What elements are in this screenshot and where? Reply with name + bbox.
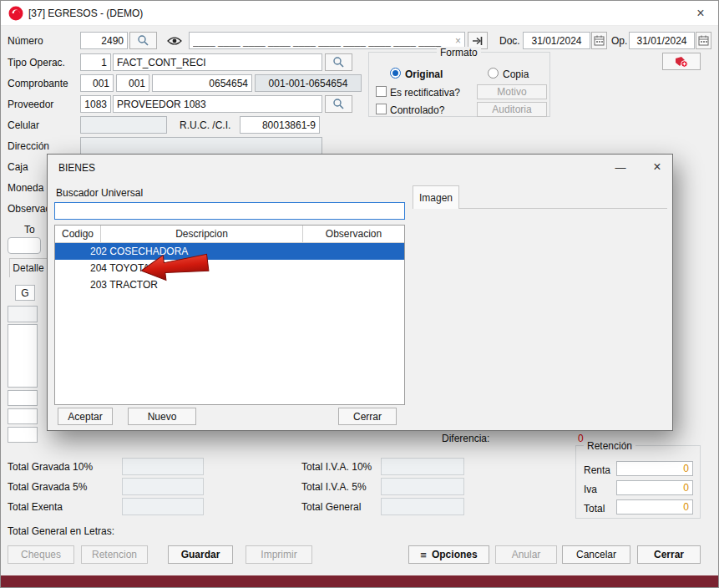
ruc-field[interactable]: 80013861-9 [240,116,320,134]
diferencia-value: 0 [578,433,584,444]
tab-detalle[interactable]: Detalle [9,258,48,277]
window-title: [37] EGRESOS - (DEMO) [28,8,143,19]
direccion-label: Dirección [8,140,49,152]
calendar-icon [698,35,709,46]
rectificativa-label[interactable]: Es rectificativa? [390,87,460,99]
proveedor-code-field[interactable]: 1083 [80,95,111,113]
numero-field[interactable]: 2490 [80,32,128,49]
rectificativa-checkbox[interactable] [376,86,387,97]
grid-g-cell[interactable]: G [15,285,35,301]
iva-label: Iva [584,484,597,495]
dialog-close-button[interactable]: × [642,155,672,180]
proveedor-search-button[interactable] [325,95,352,113]
total-iva5-label: Total I.V.A. 5% [301,481,367,493]
tag-plus-icon [675,56,688,68]
cerrar-button[interactable]: Cerrar [637,545,701,564]
aceptar-button[interactable]: Aceptar [58,408,113,425]
clipped-total-field [8,237,41,254]
doc-calendar-button[interactable] [591,32,607,49]
comprobante-field-1[interactable]: 001 [80,74,114,92]
observacion-label: Observac [8,203,47,215]
copia-radio[interactable] [488,68,499,79]
grid-cell-fragment [8,408,38,424]
grid-cell-fragment [8,324,38,388]
numero-label: Número [8,35,43,47]
original-radio[interactable] [390,68,401,79]
tipo-operac-code-field[interactable]: 1 [80,53,111,71]
app-logo-icon [8,6,23,23]
comprobante-field-2[interactable]: 001 [116,74,149,92]
retencion-button[interactable]: Retencion [81,545,148,564]
doc-label: Doc. [499,35,520,47]
proveedor-label: Proveedor [8,99,53,110]
anular-button[interactable]: Anular [495,545,557,564]
comprobante-field-3[interactable]: 0654654 [152,74,252,92]
tag-plus-button[interactable] [662,53,701,70]
original-label[interactable]: Original [405,68,443,80]
tipo-operac-search-button[interactable] [325,53,352,71]
column-header-codigo[interactable]: Codigo [55,226,101,242]
grid-cell-fragment [8,390,38,406]
total-gravada5-field[interactable] [122,478,204,495]
total-gravada10-label: Total Gravada 10% [8,461,93,473]
buscador-input[interactable] [54,202,405,220]
tab-imagen[interactable]: Imagen [413,185,459,209]
motivo-button[interactable]: Motivo [477,84,547,99]
op-calendar-button[interactable] [696,32,711,49]
renta-label: Renta [584,464,610,476]
total-exenta-field[interactable] [122,498,204,515]
window-close-button[interactable]: × [683,1,718,26]
diferencia-label: Diferencia: [442,433,489,444]
nuevo-button[interactable]: Nuevo [128,408,196,425]
grid-header-fragment [8,306,38,322]
dialog-minimize-button[interactable]: — [605,155,635,180]
doc-date-field[interactable]: 31/01/2024 [523,32,590,49]
ruc-label: R.U.C. /C.I. [180,119,230,131]
masked-number-value: ____ ____ ____ ____ ____ ____ ____ ____ … [193,35,452,47]
total-gravada10-field[interactable] [122,458,204,475]
table-row[interactable]: 203 TRACTOR [55,276,404,293]
total-iva10-field[interactable] [381,458,464,475]
copia-label[interactable]: Copia [503,68,529,80]
controlado-checkbox[interactable] [376,104,387,114]
opciones-button[interactable]: ≡ Opciones [408,545,489,564]
controlado-label[interactable]: Controlado? [390,104,444,116]
cheques-button[interactable]: Cheques [8,545,74,564]
renta-field[interactable]: 0 [616,461,693,476]
formato-legend: Formato [437,47,481,58]
opciones-label: Opciones [432,549,478,560]
total-iva5-field[interactable] [381,478,464,495]
numero-search-button[interactable] [129,32,157,49]
clear-icon[interactable]: × [455,35,461,47]
celular-field[interactable] [80,116,167,134]
total-iva10-label: Total I.V.A. 10% [301,461,372,473]
total-label-clipped: To [24,224,35,236]
column-header-descripcion[interactable]: Descripcion [101,226,303,242]
imprimir-button[interactable]: Imprimir [246,545,312,564]
calendar-icon [594,35,605,46]
menu-icon: ≡ [420,549,427,561]
proveedor-name-field[interactable]: PROVEEDOR 1083 [113,95,322,113]
retencion-legend: Retención [584,440,635,452]
table-row[interactable]: 204 TOYOTA [55,260,404,276]
auditoria-button[interactable]: Auditoria [477,102,547,117]
masked-number-field[interactable]: ____ ____ ____ ____ ____ ____ ____ ____ … [189,32,465,49]
retencion-total-label: Total [584,503,605,514]
table-row[interactable]: 202 COSECHADORA [55,243,404,260]
column-header-observacion[interactable]: Observacion [303,226,404,242]
search-icon [332,56,345,68]
window-bottom-strip [1,575,719,588]
retencion-total-field[interactable]: 0 [616,499,693,514]
direccion-field[interactable] [80,137,322,155]
eye-icon[interactable] [167,36,182,48]
dialog-cerrar-button[interactable]: Cerrar [338,408,397,425]
comprobante-full-field: 001-001-0654654 [255,74,362,92]
iva-field[interactable]: 0 [616,480,693,495]
total-general-field[interactable] [381,498,464,515]
guardar-button[interactable]: Guardar [168,545,233,564]
op-date-field[interactable]: 31/01/2024 [629,32,695,49]
cancelar-button[interactable]: Cancelar [562,545,630,564]
bienes-dialog: BIENES — × Buscador Universal Codigo Des… [47,154,673,431]
tipo-operac-name-field[interactable]: FACT_CONT_RECI [113,53,322,71]
total-general-label: Total General [301,501,361,513]
